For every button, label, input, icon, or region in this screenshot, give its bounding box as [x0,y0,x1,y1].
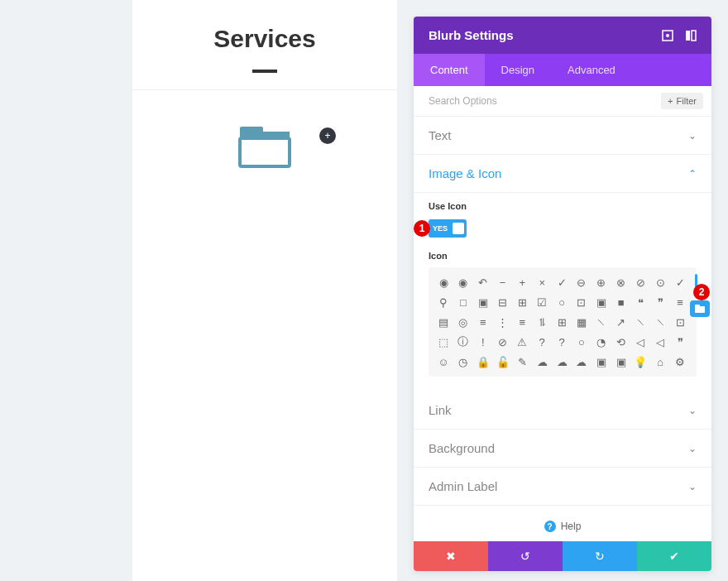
filter-button[interactable]: + Filter [661,93,703,109]
icon-option[interactable]: ⊘ [496,335,510,348]
icon-option[interactable]: ▣ [595,295,608,309]
icon-option[interactable]: ◷ [457,355,470,368]
icon-option[interactable]: ? [555,335,568,348]
icon-option[interactable]: ≡ [673,295,687,309]
icon-option[interactable]: ⚙ [673,355,687,368]
undo-button[interactable]: ↺ [488,541,563,571]
icon-option[interactable]: ⓘ [457,335,470,348]
cancel-button[interactable]: ✖ [414,541,488,571]
icon-option[interactable]: 🔓 [496,355,510,368]
icon-option[interactable]: ◔ [595,335,608,348]
icon-option[interactable]: ◎ [457,315,470,329]
icon-option[interactable]: ⚠ [515,335,529,348]
icon-option[interactable]: ☑ [535,295,548,309]
icon-option[interactable]: ⊘ [634,276,647,289]
icon-option[interactable]: ▤ [437,315,450,329]
icon-option[interactable]: ○ [555,295,568,309]
icon-option[interactable]: ↶ [477,276,490,289]
add-module-button[interactable]: + [319,127,336,144]
icon-option[interactable]: ⟍ [654,315,667,329]
icon-option[interactable]: ✓ [555,276,568,289]
snap-icon[interactable] [685,30,697,41]
callout-2: 2 [693,284,710,300]
chevron-down-icon: ⌄ [688,443,697,454]
icon-option[interactable]: ▣ [615,355,628,368]
icon-option[interactable]: × [535,276,548,289]
section-text[interactable]: Text ⌄ [414,117,711,155]
icon-option[interactable]: ☺ [437,355,450,368]
callout-1: 1 [414,220,430,237]
title-divider [252,70,277,73]
help-row[interactable]: ? Help [414,506,711,541]
tab-advanced[interactable]: Advanced [551,54,632,86]
icon-option[interactable]: ⊞ [555,315,568,329]
icon-option[interactable]: ↗ [615,315,628,329]
tab-content[interactable]: Content [414,54,485,86]
section-link[interactable]: Link ⌄ [414,391,711,430]
icon-option[interactable]: ⊗ [615,276,628,289]
blurb-module[interactable]: + [132,89,397,218]
section-admin-label[interactable]: Admin Label ⌄ [414,468,711,506]
icon-option[interactable]: ⟍ [634,315,647,329]
chevron-down-icon: ⌄ [688,130,697,142]
section-link-title: Link [429,403,688,417]
icon-option[interactable]: ❝ [634,295,647,309]
icon-option[interactable]: □ [457,295,470,309]
icon-option[interactable]: ○ [575,335,588,348]
icon-option[interactable]: ✓ [673,276,687,289]
section-background[interactable]: Background ⌄ [414,430,711,468]
icon-option[interactable]: ⥮ [535,315,548,329]
svg-point-4 [666,34,669,37]
icon-option[interactable]: ▣ [477,295,490,309]
icon-option[interactable]: ⊡ [673,315,687,329]
preview-panel: Services + [132,0,397,581]
icon-option[interactable]: ⊞ [515,295,529,309]
icon-option[interactable]: ❞ [673,335,687,348]
icon-option[interactable]: ◁ [654,335,667,348]
icon-option[interactable]: ⚲ [437,295,450,309]
sections: Text ⌄ Image & Icon ⌃ Use Icon 1 YES Ico… [414,117,711,541]
icon-option[interactable]: ! [477,335,490,348]
chevron-up-icon: ⌃ [688,168,697,180]
icon-option[interactable]: ▦ [575,315,588,329]
icon-option[interactable]: ◁ [634,335,647,348]
icon-option[interactable]: ⊙ [654,276,667,289]
icon-option[interactable]: ≡ [515,315,529,329]
icon-option[interactable]: ✎ [515,355,529,368]
icon-option[interactable]: 💡 [634,355,647,368]
section-admin-label-title: Admin Label [429,479,688,493]
icon-option[interactable]: − [496,276,510,289]
icon-option[interactable]: + [515,276,529,289]
section-image-icon[interactable]: Image & Icon ⌃ [414,155,711,193]
icon-option[interactable]: ⊡ [575,295,588,309]
use-icon-toggle[interactable]: YES [429,219,467,238]
search-input[interactable]: Search Options [429,95,661,107]
icon-picker-grid[interactable]: ◉◉↶−+×✓⊖⊕⊗⊘⊙✓⚲□▣⊟⊞☑○⊡▣■❝❞≡▤◎≡⋮≡⥮⊞▦⟍↗⟍⟍⊡⬚… [429,267,697,377]
selected-icon-badge[interactable] [690,300,710,317]
save-button[interactable]: ✔ [637,541,711,571]
icon-option[interactable]: ? [535,335,548,348]
icon-option[interactable]: ⬚ [437,335,450,348]
icon-option[interactable]: ☁ [535,355,548,368]
icon-option[interactable]: ☁ [575,355,588,368]
icon-option[interactable]: ≡ [477,315,490,329]
icon-option[interactable]: ⊖ [575,276,588,289]
icon-option[interactable]: ■ [615,295,628,309]
tab-design[interactable]: Design [485,54,551,86]
icon-option[interactable]: ⟲ [615,335,628,348]
icon-option[interactable]: ❞ [654,295,667,309]
icon-option[interactable]: ⌂ [654,355,667,368]
icon-option[interactable]: 🔒 [477,355,490,368]
icon-option[interactable]: ⊟ [496,295,510,309]
redo-button[interactable]: ↻ [563,541,637,571]
icon-option[interactable]: ◉ [457,276,470,289]
icon-option[interactable]: ◉ [437,276,450,289]
panel-header: Blurb Settings [414,17,711,54]
icon-option[interactable]: ▣ [595,355,608,368]
icon-option[interactable]: ⋮ [496,315,510,329]
expand-icon[interactable] [662,30,673,41]
icon-option[interactable]: ⊕ [595,276,608,289]
close-icon: ✖ [446,550,456,563]
icon-option[interactable]: ☁ [555,355,568,368]
icon-option[interactable]: ⟍ [595,315,608,329]
